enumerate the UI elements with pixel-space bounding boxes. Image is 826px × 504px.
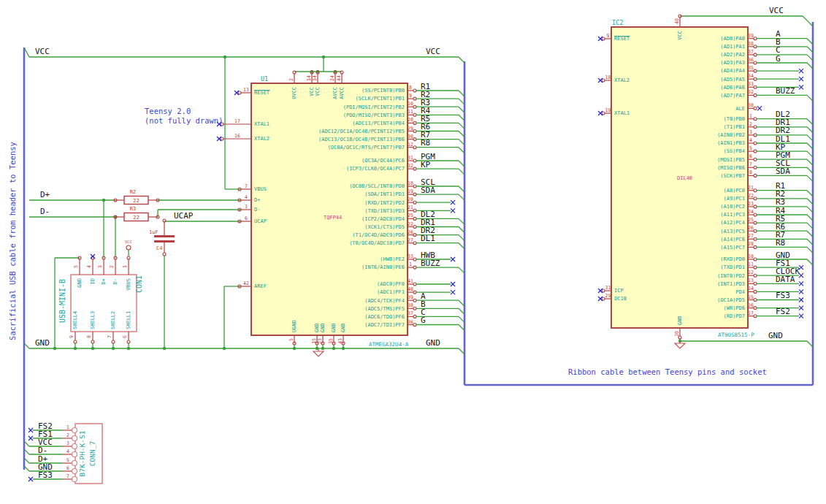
ic2-pin-name: ICP bbox=[614, 288, 624, 294]
pin-end-circle bbox=[754, 134, 757, 137]
ic2-pin-number: 26 bbox=[748, 225, 754, 231]
conn7-pin-circle bbox=[72, 461, 77, 466]
pin-end-circle bbox=[127, 340, 130, 343]
ic2-pin-number: 28 bbox=[748, 241, 754, 247]
u1-pin-name: (ICP2/ADC8)PD4 bbox=[362, 216, 405, 222]
u1-pin-number: 34 bbox=[312, 75, 318, 81]
ic2-pin-name: (AD0)PA0 bbox=[720, 36, 745, 42]
u1-pin-name: VCC bbox=[309, 87, 315, 96]
net-label[interactable]: DATA bbox=[776, 275, 795, 284]
ic2-pin-number: 13 bbox=[748, 278, 754, 283]
pin-end-circle bbox=[413, 299, 416, 302]
net-label[interactable]: DL1 bbox=[421, 234, 435, 243]
net-label[interactable]: FS2 bbox=[776, 307, 790, 316]
pin-end-circle bbox=[754, 315, 757, 318]
net-label[interactable]: FS3 bbox=[38, 470, 53, 480]
u1-pin-name: D+ bbox=[254, 197, 260, 203]
usb-connector-ref: CON1 bbox=[135, 275, 143, 293]
net-label[interactable]: BUZZ bbox=[776, 86, 795, 96]
pin-end-circle bbox=[754, 213, 757, 216]
net-label[interactable]: KP bbox=[421, 160, 431, 169]
conn7-pin-circle bbox=[72, 452, 77, 457]
ic2-pin-number: 16 bbox=[748, 302, 754, 308]
net-label[interactable]: VCC bbox=[426, 47, 440, 56]
ic2-pin-name: (A12)PC4 bbox=[720, 220, 745, 226]
schematic-canvas: U1TQFP44ATMEGA32U4-A13RESET17XTAL116XTAL… bbox=[0, 0, 826, 504]
ic2-pin-name: OC1B bbox=[614, 296, 627, 302]
net-label[interactable]: GND bbox=[35, 338, 50, 348]
ic2-value: DIL40 bbox=[677, 175, 692, 181]
ic2-pin-number: 15 bbox=[748, 294, 754, 300]
usb-pin-name: SHELL2 bbox=[110, 311, 116, 329]
net-label[interactable]: GND bbox=[768, 331, 783, 340]
usb-pin-name: VBUS bbox=[126, 278, 131, 291]
pin-end-circle bbox=[754, 237, 757, 240]
u1-pin-name: (T0/OC4D/ADC10)PD7 bbox=[349, 240, 405, 246]
ic2-pin-name: (AD3)PA3 bbox=[720, 60, 745, 66]
pin-end-circle bbox=[126, 245, 131, 250]
net-label[interactable]: R8 bbox=[421, 138, 430, 148]
net-label[interactable]: GND bbox=[426, 338, 440, 348]
usb-pin-number: 7 bbox=[107, 335, 112, 338]
conn7-value: B7K-PH-K-S1 bbox=[78, 430, 86, 476]
gnd-symbol bbox=[675, 343, 685, 348]
ic2-pin-number: 21 bbox=[748, 185, 754, 191]
pin-end-circle bbox=[754, 142, 757, 145]
u1-pin-name: (ADC7/TDI)PF7 bbox=[364, 322, 405, 328]
u1-pin-number: 22 bbox=[408, 221, 413, 227]
pin-end-circle bbox=[754, 266, 757, 269]
u1-pin-name: (OC0B/SCL/INT0)PD0 bbox=[349, 183, 405, 189]
u1-pin-number: 6 bbox=[245, 215, 248, 221]
net-label[interactable]: UCAP bbox=[174, 211, 194, 221]
u1-pin-number: 17 bbox=[234, 118, 240, 124]
net-label[interactable]: VCC bbox=[35, 47, 50, 56]
net-label[interactable]: G bbox=[421, 316, 426, 325]
u1-pin-name: GND bbox=[331, 323, 337, 332]
net-label[interactable]: G bbox=[776, 54, 781, 64]
net-label[interactable]: D- bbox=[40, 207, 50, 216]
net-label[interactable]: SDA bbox=[421, 186, 435, 195]
net-label[interactable]: D+ bbox=[40, 190, 50, 199]
ic2-pin-name: XTAL2 bbox=[614, 77, 630, 83]
ic2-pin-name: (A13)PC5 bbox=[720, 229, 745, 234]
usb-connector-value: USB-MINI-B bbox=[58, 279, 66, 323]
pin-end-circle bbox=[754, 221, 757, 224]
pin-end-circle bbox=[754, 118, 757, 121]
u1-pin-name: (XCK1/CTS)PD5 bbox=[364, 224, 405, 230]
usb-pin-name: SHELL1 bbox=[126, 311, 131, 329]
ic2-pin-name: (AIN1)PB3 bbox=[717, 140, 745, 146]
usb-pin-name: SHELL3 bbox=[90, 311, 96, 329]
u1-pin-number: 41 bbox=[408, 278, 413, 284]
ic2-pin-number: 34 bbox=[748, 73, 754, 79]
u1-pin-number: 32 bbox=[408, 163, 413, 169]
u1-pin-number: 44 bbox=[336, 75, 342, 81]
resistor-ref: R2 bbox=[130, 189, 136, 195]
pin-end-circle bbox=[754, 166, 757, 169]
ic2-pin-number: 18 bbox=[605, 75, 611, 80]
ic2-pin-name: (AD2)PA2 bbox=[720, 52, 745, 58]
net-label[interactable]: SDA bbox=[776, 167, 790, 176]
pin-end-circle bbox=[112, 340, 115, 343]
capacitor-c4-plate[interactable] bbox=[154, 240, 175, 243]
net-label[interactable]: BUZZ bbox=[421, 259, 440, 268]
ribbon-annotation: Ribbon cable between Teensy pins and soc… bbox=[568, 367, 767, 377]
u1-pin-number: 21 bbox=[408, 205, 413, 210]
conn7-pin-number: 4 bbox=[66, 448, 69, 454]
u1-pin-number: 28 bbox=[408, 117, 413, 123]
pin-end-circle bbox=[754, 77, 757, 80]
net-label[interactable]: FS3 bbox=[776, 291, 790, 300]
ic2-pin-number: 14 bbox=[748, 286, 754, 291]
u1-pin-number: 35 bbox=[328, 338, 334, 344]
net-label[interactable]: VCC bbox=[769, 6, 784, 15]
capacitor-c4-plate[interactable] bbox=[154, 235, 175, 237]
net-label[interactable]: R8 bbox=[776, 238, 785, 248]
u1-pin-name: D- bbox=[254, 207, 260, 213]
conn7-pin-circle bbox=[72, 428, 77, 433]
junction-dot bbox=[163, 347, 166, 350]
u1-pin-number: 42 bbox=[243, 280, 249, 286]
u1-pin-name: UCAP bbox=[254, 218, 267, 224]
u1-ref: U1 bbox=[261, 75, 268, 83]
u1-pin-name: (ADC6/TDO)PF6 bbox=[364, 314, 405, 320]
u1-pin-name: AREF bbox=[254, 283, 267, 289]
u1-pin-name: GND bbox=[314, 323, 320, 332]
